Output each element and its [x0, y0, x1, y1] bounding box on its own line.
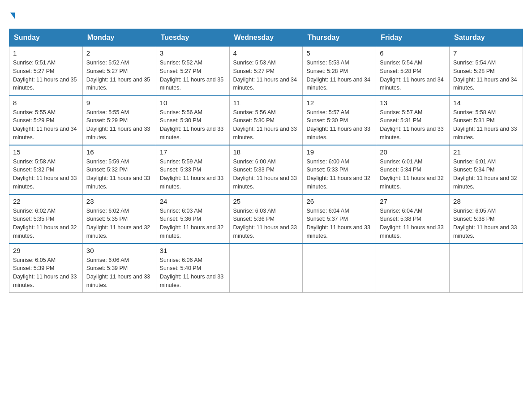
day-info: Sunrise: 6:04 AMSunset: 5:37 PMDaylight:…	[306, 207, 372, 240]
day-number: 20	[380, 148, 446, 156]
day-info: Sunrise: 5:57 AMSunset: 5:31 PMDaylight:…	[380, 108, 446, 142]
day-number: 11	[233, 99, 299, 107]
day-number: 23	[86, 197, 152, 205]
logo-triangle-icon	[10, 13, 15, 19]
day-number: 29	[13, 247, 79, 254]
day-info: Sunrise: 5:53 AMSunset: 5:27 PMDaylight:…	[233, 59, 299, 92]
weekday-header-sunday: Sunday	[9, 29, 83, 47]
day-number: 12	[306, 99, 372, 107]
day-info: Sunrise: 5:51 AMSunset: 5:27 PMDaylight:…	[13, 59, 79, 92]
day-info: Sunrise: 6:03 AMSunset: 5:36 PMDaylight:…	[160, 207, 226, 240]
calendar-cell: 12Sunrise: 5:57 AMSunset: 5:30 PMDayligh…	[303, 96, 376, 145]
calendar-cell: 19Sunrise: 6:00 AMSunset: 5:33 PMDayligh…	[303, 145, 376, 194]
calendar-cell: 29Sunrise: 6:05 AMSunset: 5:39 PMDayligh…	[9, 244, 83, 293]
day-number: 18	[233, 148, 299, 156]
weekday-header-thursday: Thursday	[303, 29, 376, 47]
day-number: 19	[306, 148, 372, 156]
calendar-cell: 28Sunrise: 6:05 AMSunset: 5:38 PMDayligh…	[450, 194, 523, 244]
day-info: Sunrise: 6:00 AMSunset: 5:33 PMDaylight:…	[306, 158, 372, 191]
day-info: Sunrise: 6:02 AMSunset: 5:35 PMDaylight:…	[13, 207, 79, 240]
header	[9, 9, 523, 21]
day-info: Sunrise: 6:03 AMSunset: 5:36 PMDaylight:…	[233, 207, 299, 240]
day-info: Sunrise: 6:06 AMSunset: 5:39 PMDaylight:…	[86, 256, 152, 290]
day-info: Sunrise: 6:06 AMSunset: 5:40 PMDaylight:…	[160, 256, 226, 290]
calendar-cell: 31Sunrise: 6:06 AMSunset: 5:40 PMDayligh…	[156, 244, 229, 293]
calendar-cell: 13Sunrise: 5:57 AMSunset: 5:31 PMDayligh…	[376, 96, 450, 145]
day-number: 25	[233, 197, 299, 205]
week-row-3: 15Sunrise: 5:58 AMSunset: 5:32 PMDayligh…	[9, 145, 523, 194]
weekday-header-saturday: Saturday	[450, 29, 523, 47]
day-info: Sunrise: 5:53 AMSunset: 5:28 PMDaylight:…	[306, 59, 372, 92]
day-number: 10	[160, 99, 226, 107]
day-info: Sunrise: 5:59 AMSunset: 5:33 PMDaylight:…	[160, 158, 226, 191]
day-info: Sunrise: 5:52 AMSunset: 5:27 PMDaylight:…	[160, 59, 226, 92]
calendar-cell: 10Sunrise: 5:56 AMSunset: 5:30 PMDayligh…	[156, 96, 229, 145]
day-info: Sunrise: 6:04 AMSunset: 5:38 PMDaylight:…	[380, 207, 446, 240]
day-number: 15	[13, 148, 79, 156]
day-number: 21	[453, 148, 519, 156]
calendar-cell: 22Sunrise: 6:02 AMSunset: 5:35 PMDayligh…	[9, 194, 83, 244]
day-number: 22	[13, 197, 79, 205]
calendar-cell: 6Sunrise: 5:54 AMSunset: 5:28 PMDaylight…	[376, 47, 450, 96]
day-info: Sunrise: 6:05 AMSunset: 5:39 PMDaylight:…	[13, 256, 79, 290]
day-number: 17	[160, 148, 226, 156]
calendar-cell: 5Sunrise: 5:53 AMSunset: 5:28 PMDaylight…	[303, 47, 376, 96]
day-number: 9	[86, 99, 152, 107]
calendar-table: SundayMondayTuesdayWednesdayThursdayFrid…	[9, 29, 523, 293]
calendar-cell: 20Sunrise: 6:01 AMSunset: 5:34 PMDayligh…	[376, 145, 450, 194]
day-info: Sunrise: 5:56 AMSunset: 5:30 PMDaylight:…	[233, 108, 299, 142]
day-number: 1	[13, 49, 79, 57]
day-info: Sunrise: 5:59 AMSunset: 5:32 PMDaylight:…	[86, 158, 152, 191]
day-number: 14	[453, 99, 519, 107]
day-info: Sunrise: 5:54 AMSunset: 5:28 PMDaylight:…	[453, 59, 519, 92]
calendar-cell: 25Sunrise: 6:03 AMSunset: 5:36 PMDayligh…	[229, 194, 303, 244]
calendar-cell: 17Sunrise: 5:59 AMSunset: 5:33 PMDayligh…	[156, 145, 229, 194]
calendar-cell	[303, 244, 376, 293]
day-number: 3	[160, 49, 226, 57]
day-info: Sunrise: 5:52 AMSunset: 5:27 PMDaylight:…	[86, 59, 152, 92]
weekday-header-wednesday: Wednesday	[229, 29, 303, 47]
calendar-cell: 14Sunrise: 5:58 AMSunset: 5:31 PMDayligh…	[450, 96, 523, 145]
calendar-cell: 11Sunrise: 5:56 AMSunset: 5:30 PMDayligh…	[229, 96, 303, 145]
day-info: Sunrise: 6:01 AMSunset: 5:34 PMDaylight:…	[453, 158, 519, 191]
day-info: Sunrise: 5:55 AMSunset: 5:29 PMDaylight:…	[13, 108, 79, 142]
day-info: Sunrise: 5:55 AMSunset: 5:29 PMDaylight:…	[86, 108, 152, 142]
weekday-header-monday: Monday	[82, 29, 156, 47]
calendar-cell: 8Sunrise: 5:55 AMSunset: 5:29 PMDaylight…	[9, 96, 83, 145]
calendar-cell: 15Sunrise: 5:58 AMSunset: 5:32 PMDayligh…	[9, 145, 83, 194]
week-row-2: 8Sunrise: 5:55 AMSunset: 5:29 PMDaylight…	[9, 96, 523, 145]
weekday-header-row: SundayMondayTuesdayWednesdayThursdayFrid…	[9, 29, 523, 47]
logo	[9, 9, 15, 21]
calendar-cell: 4Sunrise: 5:53 AMSunset: 5:27 PMDaylight…	[229, 47, 303, 96]
calendar-cell: 18Sunrise: 6:00 AMSunset: 5:33 PMDayligh…	[229, 145, 303, 194]
day-number: 5	[306, 49, 372, 57]
calendar-cell	[229, 244, 303, 293]
day-number: 31	[160, 247, 226, 254]
day-number: 30	[86, 247, 152, 254]
calendar-cell	[376, 244, 450, 293]
calendar-cell: 26Sunrise: 6:04 AMSunset: 5:37 PMDayligh…	[303, 194, 376, 244]
day-info: Sunrise: 6:00 AMSunset: 5:33 PMDaylight:…	[233, 158, 299, 191]
day-info: Sunrise: 6:02 AMSunset: 5:35 PMDaylight:…	[86, 207, 152, 240]
day-number: 8	[13, 99, 79, 107]
day-number: 7	[453, 49, 519, 57]
day-info: Sunrise: 5:56 AMSunset: 5:30 PMDaylight:…	[160, 108, 226, 142]
day-info: Sunrise: 5:54 AMSunset: 5:28 PMDaylight:…	[380, 59, 446, 92]
day-number: 27	[380, 197, 446, 205]
week-row-5: 29Sunrise: 6:05 AMSunset: 5:39 PMDayligh…	[9, 244, 523, 293]
day-info: Sunrise: 6:01 AMSunset: 5:34 PMDaylight:…	[380, 158, 446, 191]
week-row-4: 22Sunrise: 6:02 AMSunset: 5:35 PMDayligh…	[9, 194, 523, 244]
calendar-cell: 23Sunrise: 6:02 AMSunset: 5:35 PMDayligh…	[82, 194, 156, 244]
calendar-cell: 30Sunrise: 6:06 AMSunset: 5:39 PMDayligh…	[82, 244, 156, 293]
calendar-cell: 27Sunrise: 6:04 AMSunset: 5:38 PMDayligh…	[376, 194, 450, 244]
day-number: 16	[86, 148, 152, 156]
calendar-cell: 16Sunrise: 5:59 AMSunset: 5:32 PMDayligh…	[82, 145, 156, 194]
day-number: 13	[380, 99, 446, 107]
day-info: Sunrise: 6:05 AMSunset: 5:38 PMDaylight:…	[453, 207, 519, 240]
day-number: 4	[233, 49, 299, 57]
calendar-cell: 7Sunrise: 5:54 AMSunset: 5:28 PMDaylight…	[450, 47, 523, 96]
day-number: 6	[380, 49, 446, 57]
calendar-cell: 24Sunrise: 6:03 AMSunset: 5:36 PMDayligh…	[156, 194, 229, 244]
day-info: Sunrise: 5:57 AMSunset: 5:30 PMDaylight:…	[306, 108, 372, 142]
day-number: 2	[86, 49, 152, 57]
